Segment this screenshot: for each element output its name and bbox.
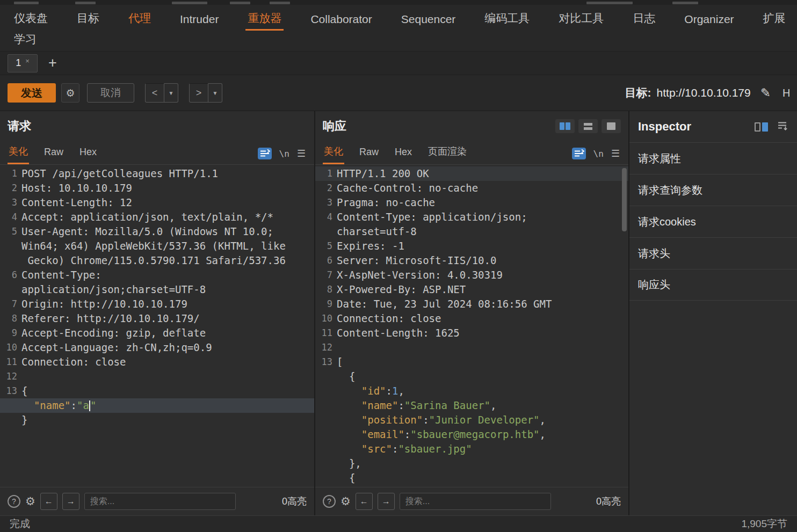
request-editor[interactable]: 1POST /api/getColleagues HTTP/1.12Host: … (0, 165, 314, 487)
send-button[interactable]: 发送 (8, 83, 56, 103)
response-editor[interactable]: 1HTTP/1.1 200 OK2Cache-Control: no-cache… (315, 165, 628, 487)
request-search-bar: ? ⚙ ← → 0高亮 (0, 487, 314, 515)
layout-columns-button[interactable] (555, 119, 575, 133)
search-settings-icon[interactable]: ⚙ (340, 495, 351, 508)
code-line[interactable]: 7Origin: http://10.10.10.179 (0, 297, 314, 311)
line-number (315, 398, 332, 413)
response-search-input[interactable] (400, 493, 551, 510)
code-line[interactable]: 8Referer: http://10.10.10.179/ (0, 311, 314, 326)
tab-learn[interactable]: 学习 (13, 31, 38, 51)
help-icon[interactable]: ? (8, 495, 20, 508)
inspector-section-request-attributes[interactable]: 请求属性 (629, 142, 797, 174)
line-number: 9 (0, 326, 17, 340)
code-line[interactable]: application/json;charset=UTF-8 (0, 282, 314, 297)
response-tab-hex[interactable]: Hex (395, 147, 412, 164)
inspector-layout-toggle[interactable] (755, 122, 768, 132)
tab-collaborator[interactable]: Collaborator (309, 11, 373, 32)
code-line[interactable]: "name":"a" (0, 398, 314, 413)
code-text: } (21, 413, 27, 427)
tab-decoder[interactable]: 编码工具 (483, 9, 531, 32)
columns-icon (560, 122, 564, 130)
code-text: { (337, 369, 355, 384)
layout-rows-button[interactable] (578, 119, 598, 133)
show-newlines-icon[interactable]: \n (279, 149, 289, 159)
code-token: : (423, 414, 429, 426)
inspector-section-request-query-params[interactable]: 请求查询参数 (629, 174, 797, 206)
inspector-section-request-headers[interactable]: 请求头 (629, 237, 797, 269)
search-prev-button[interactable]: ← (40, 493, 57, 510)
forward-button[interactable]: > (189, 83, 208, 103)
code-text: Accept-Encoding: gzip, deflate (21, 326, 206, 340)
tab-organizer[interactable]: Organizer (683, 11, 735, 32)
back-button[interactable]: < (145, 83, 164, 103)
tab-intruder[interactable]: Intruder (179, 11, 220, 32)
cancel-button[interactable]: 取消 (87, 83, 134, 103)
forward-dropdown[interactable]: ▼ (208, 83, 222, 103)
pretty-print-icon[interactable] (258, 148, 272, 159)
code-line: "id":1, (315, 384, 628, 398)
tab-sequencer[interactable]: Sequencer (400, 11, 457, 32)
add-tab-button[interactable]: + (48, 56, 57, 70)
code-token: "name" (361, 399, 398, 411)
tab-dashboard[interactable]: 仪表盘 (13, 9, 49, 32)
layout-single-button[interactable] (602, 119, 621, 133)
search-prev-button[interactable]: ← (356, 493, 373, 510)
code-line[interactable]: Gecko) Chrome/115.0.5790.171 Safari/537.… (0, 253, 314, 268)
code-text: Accept: application/json, text/plain, */… (21, 210, 273, 224)
code-line[interactable]: 6Content-Type: (0, 268, 314, 282)
code-line[interactable]: 5User-Agent: Mozilla/5.0 (Windows NT 10.… (0, 224, 314, 239)
request-tab-pretty[interactable]: 美化 (9, 145, 28, 164)
editor-menu-icon[interactable]: ☰ (297, 148, 306, 159)
pretty-print-icon[interactable] (572, 148, 586, 159)
code-line[interactable]: 9Accept-Encoding: gzip, deflate (0, 326, 314, 340)
code-text: Win64; x64) AppleWebKit/537.36 (KHTML, l… (21, 239, 286, 253)
tab-comparer[interactable]: 对比工具 (557, 9, 605, 32)
request-tab-raw[interactable]: Raw (44, 147, 63, 164)
code-text: Accept-Language: zh-CN,zh;q=0.9 (21, 340, 212, 355)
repeater-tab-1[interactable]: 1 × (8, 54, 38, 72)
tab-repeater[interactable]: 重放器 (247, 9, 282, 32)
send-settings-button[interactable]: ⚙ (61, 83, 79, 103)
code-line[interactable]: 13{ (0, 384, 314, 398)
main-menubar-row2: 学习 (0, 32, 797, 51)
line-number: 4 (0, 210, 17, 224)
code-line[interactable]: 4Accept: application/json, text/plain, *… (0, 210, 314, 224)
response-tab-pretty[interactable]: 美化 (324, 145, 343, 164)
help-icon[interactable]: ? (323, 495, 336, 508)
response-scrollbar[interactable] (622, 168, 627, 231)
response-editor-icons: \n ☰ (572, 148, 620, 164)
response-tab-render[interactable]: 页面渲染 (428, 145, 467, 164)
line-number: 13 (0, 384, 17, 398)
code-line[interactable]: 3Content-Length: 12 (0, 195, 314, 210)
edit-target-icon[interactable]: ✎ (760, 86, 771, 100)
request-tab-hex[interactable]: Hex (79, 147, 97, 164)
code-token (337, 385, 361, 397)
collapse-inspector-icon[interactable] (777, 121, 788, 133)
code-text: HTTP/1.1 200 OK (337, 166, 429, 181)
code-line[interactable]: 1POST /api/getColleagues HTTP/1.1 (0, 166, 314, 181)
request-search-input[interactable] (84, 493, 236, 510)
tab-logger[interactable]: 日志 (632, 9, 656, 32)
code-line[interactable]: } (0, 413, 314, 427)
tab-extensions[interactable]: 扩展 (762, 9, 787, 32)
code-text: "name":"a" (21, 398, 96, 413)
tab-proxy[interactable]: 代理 (127, 9, 152, 32)
code-line[interactable]: 11Connection: close (0, 355, 314, 369)
inspector-section-response-headers[interactable]: 响应头 (629, 269, 797, 301)
show-newlines-icon[interactable]: \n (593, 149, 604, 159)
response-tab-raw[interactable]: Raw (359, 147, 379, 164)
code-line[interactable]: 2Host: 10.10.10.179 (0, 181, 314, 195)
editor-menu-icon[interactable]: ☰ (611, 148, 620, 159)
line-number (315, 442, 332, 456)
line-number: 10 (0, 340, 17, 355)
search-next-button[interactable]: → (378, 493, 395, 510)
back-dropdown[interactable]: ▼ (164, 83, 178, 103)
code-line[interactable]: 10Accept-Language: zh-CN,zh;q=0.9 (0, 340, 314, 355)
close-tab-icon[interactable]: × (25, 57, 30, 65)
code-line[interactable]: Win64; x64) AppleWebKit/537.36 (KHTML, l… (0, 239, 314, 253)
tab-target[interactable]: 目标 (76, 9, 100, 32)
search-next-button[interactable]: → (62, 493, 79, 510)
search-settings-icon[interactable]: ⚙ (25, 495, 35, 508)
code-line[interactable]: 12 (0, 369, 314, 384)
inspector-section-request-cookies[interactable]: 请求cookies (629, 206, 797, 237)
